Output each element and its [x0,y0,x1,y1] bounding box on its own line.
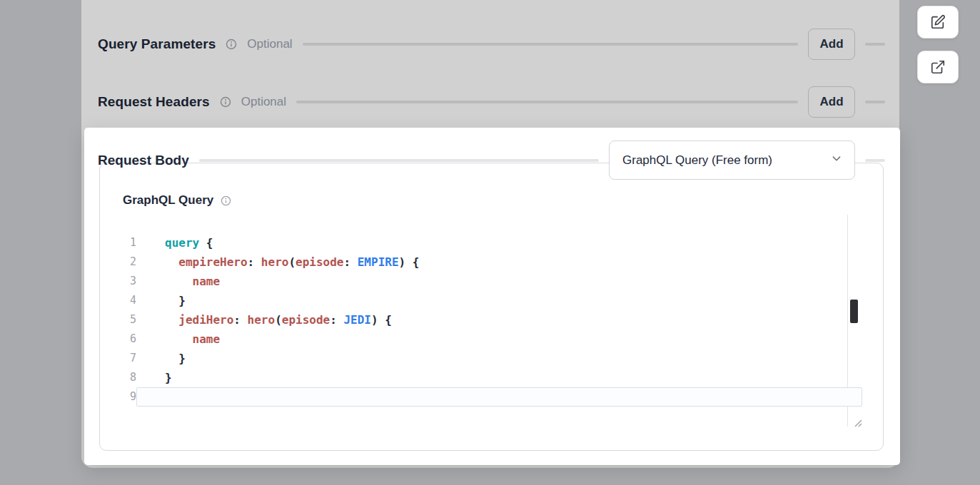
line-number: 7 [115,349,136,368]
code-line[interactable]: 4 } [115,291,862,310]
line-number: 5 [115,310,136,330]
body-type-selected-value: GraphQL Query (Free form) [622,153,772,168]
line-number: 8 [115,368,136,387]
graphql-query-editor[interactable]: 1query {2 empireHero: hero(episode: EMPI… [115,215,862,427]
edit-button[interactable] [917,6,959,39]
code-line[interactable]: 6 name [115,330,862,349]
edit-icon [930,14,946,30]
code-line[interactable]: 1query { [115,233,862,252]
line-number: 4 [115,291,136,310]
line-content: name [136,330,862,349]
chevron-down-icon [829,150,844,170]
open-external-button[interactable] [917,51,959,83]
code-line[interactable]: 8} [115,368,862,387]
line-number: 6 [115,330,136,349]
line-content: } [136,368,862,387]
line-number: 9 [115,387,136,407]
line-content: query { [136,233,862,252]
request-body-title: Request Body [98,153,189,168]
code-line[interactable]: 5 jediHero: hero(episode: JEDI) { [115,310,862,330]
resize-grip[interactable] [852,417,862,427]
body-type-select[interactable]: GraphQL Query (Free form) [609,141,855,180]
line-content: } [136,291,862,310]
external-link-icon [930,59,946,75]
code-line[interactable]: 2 empireHero: hero(episode: EMPIRE) { [115,252,862,272]
graphql-query-label: GraphQL Query [123,193,213,208]
line-content: } [136,349,862,368]
line-content: name [136,272,862,291]
code-line[interactable]: 9 [115,387,862,407]
divider-rule [199,159,599,162]
code-lines[interactable]: 1query {2 empireHero: hero(episode: EMPI… [115,233,862,407]
info-icon [221,195,231,206]
line-content: jediHero: hero(episode: JEDI) { [136,310,862,330]
graphql-query-container: GraphQL Query 1query {2 empireHero: hero… [99,163,884,451]
divider-rule [865,159,885,162]
line-number: 3 [115,272,136,291]
line-content: empireHero: hero(episode: EMPIRE) { [136,252,862,272]
editor-scrollbar-thumb[interactable] [850,300,858,323]
line-content [136,387,862,407]
request-body-panel: Request Body GraphQL Query (Free form) G… [84,128,900,465]
code-line[interactable]: 7 } [115,349,862,368]
line-number: 1 [115,233,136,252]
request-body-header: Request Body GraphQL Query (Free form) [98,141,885,180]
code-line[interactable]: 3 name [115,272,862,291]
line-number: 2 [115,252,136,272]
graphql-query-label-row: GraphQL Query [123,193,231,208]
